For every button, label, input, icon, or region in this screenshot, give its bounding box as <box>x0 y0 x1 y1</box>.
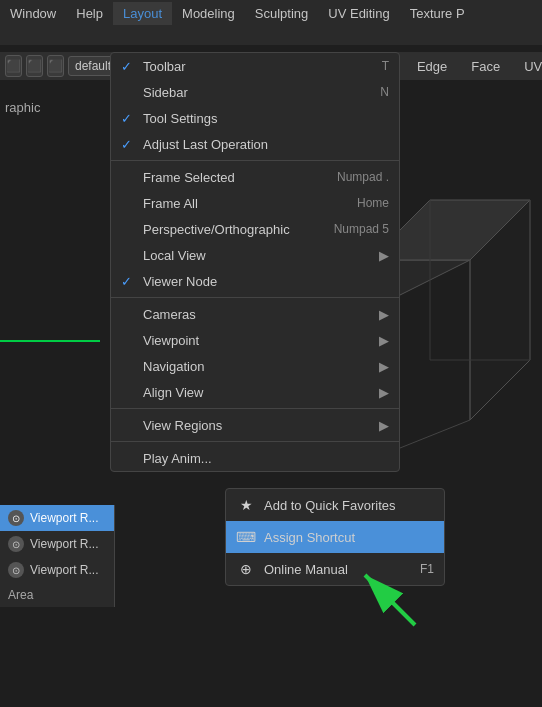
context-add-quick-favorites[interactable]: ★ Add to Quick Favorites <box>226 489 444 521</box>
menu-item-adjust-last[interactable]: ✓ Adjust Last Operation <box>111 131 399 157</box>
separator-4 <box>111 441 399 442</box>
green-arrow-cursor <box>350 560 430 640</box>
vl-label-area: Area <box>8 588 33 602</box>
label-adjust-last: Adjust Last Operation <box>143 137 379 152</box>
menu-item-align-view[interactable]: Align View ▶ <box>111 379 399 405</box>
vl-icon-1: ⊙ <box>8 510 24 526</box>
label-frame-all: Frame All <box>143 196 347 211</box>
star-icon: ★ <box>236 495 256 515</box>
label-sidebar: Sidebar <box>143 85 370 100</box>
context-label-assign-shortcut: Assign Shortcut <box>264 530 434 545</box>
vl-label-1: Viewport R... <box>30 511 98 525</box>
svg-line-12 <box>365 575 415 625</box>
viewport-left-panel: ⊙ Viewport R... ⊙ Viewport R... ⊙ Viewpo… <box>0 505 115 607</box>
vl-item-2[interactable]: ⊙ Viewport R... <box>0 531 114 557</box>
menu-edge[interactable]: Edge <box>407 55 457 78</box>
menu-texture-p[interactable]: Texture P <box>400 2 475 25</box>
context-label-quick-favorites: Add to Quick Favorites <box>264 498 434 513</box>
menu-layout[interactable]: Layout <box>113 2 172 25</box>
menu-item-frame-all[interactable]: Frame All Home <box>111 190 399 216</box>
label-local-view: Local View <box>143 248 371 263</box>
menu-uv-editing[interactable]: UV Editing <box>318 2 399 25</box>
menu-item-view-regions[interactable]: View Regions ▶ <box>111 412 399 438</box>
view-dropdown-menu: ✓ Toolbar T Sidebar N ✓ Tool Settings ✓ … <box>110 52 400 472</box>
menu-sculpting[interactable]: Sculpting <box>245 2 318 25</box>
keyboard-icon: ⌨ <box>236 527 256 547</box>
context-assign-shortcut[interactable]: ⌨ Assign Shortcut <box>226 521 444 553</box>
arrow-align-view: ▶ <box>379 385 389 400</box>
label-viewpoint: Viewpoint <box>143 333 371 348</box>
arrow-cameras: ▶ <box>379 307 389 322</box>
viewport-icon-1[interactable]: ⬛ <box>5 55 22 77</box>
label-tool-settings: Tool Settings <box>143 111 379 126</box>
menu-item-sidebar[interactable]: Sidebar N <box>111 79 399 105</box>
menu-item-frame-selected[interactable]: Frame Selected Numpad . <box>111 164 399 190</box>
shortcut-persp-ortho: Numpad 5 <box>334 222 389 236</box>
check-tool-settings: ✓ <box>121 111 137 126</box>
viewport-icon-3[interactable]: ⬛ <box>47 55 64 77</box>
menu-item-play-anim[interactable]: Play Anim... <box>111 445 399 471</box>
top-menubar: Window Help Layout Modeling Sculpting UV… <box>0 0 542 26</box>
separator-2 <box>111 297 399 298</box>
label-toolbar: Toolbar <box>143 59 372 74</box>
shortcut-frame-all: Home <box>357 196 389 210</box>
green-line <box>0 340 100 342</box>
label-cameras: Cameras <box>143 307 371 322</box>
vl-label-3: Viewport R... <box>30 563 98 577</box>
menu-item-local-view[interactable]: Local View ▶ <box>111 242 399 268</box>
vl-item-area[interactable]: Area <box>0 583 114 607</box>
check-adjust-last: ✓ <box>121 137 137 152</box>
menu-uv[interactable]: UV <box>514 55 542 78</box>
label-viewer-node: Viewer Node <box>143 274 379 289</box>
label-persp-ortho: Perspective/Orthographic <box>143 222 324 237</box>
shortcut-frame-selected: Numpad . <box>337 170 389 184</box>
check-toolbar: ✓ <box>121 59 137 74</box>
menu-window[interactable]: Window <box>0 2 66 25</box>
menu-help[interactable]: Help <box>66 2 113 25</box>
viewport-icon-2[interactable]: ⬛ <box>26 55 43 77</box>
label-frame-selected: Frame Selected <box>143 170 327 185</box>
menu-item-tool-settings[interactable]: ✓ Tool Settings <box>111 105 399 131</box>
menu-item-cameras[interactable]: Cameras ▶ <box>111 301 399 327</box>
vl-item-1[interactable]: ⊙ Viewport R... <box>0 505 114 531</box>
menu-item-navigation[interactable]: Navigation ▶ <box>111 353 399 379</box>
menu-modeling[interactable]: Modeling <box>172 2 245 25</box>
arrow-navigation: ▶ <box>379 359 389 374</box>
menu-item-persp-ortho[interactable]: Perspective/Orthographic Numpad 5 <box>111 216 399 242</box>
label-navigation: Navigation <box>143 359 371 374</box>
label-play-anim: Play Anim... <box>143 451 389 466</box>
menu-face[interactable]: Face <box>461 55 510 78</box>
vl-item-3[interactable]: ⊙ Viewport R... <box>0 557 114 583</box>
menu-item-viewpoint[interactable]: Viewpoint ▶ <box>111 327 399 353</box>
menu-item-viewer-node[interactable]: ✓ Viewer Node <box>111 268 399 294</box>
arrow-local-view: ▶ <box>379 248 389 263</box>
viewport-graphic-label: raphic <box>5 100 40 115</box>
shortcut-sidebar: N <box>380 85 389 99</box>
label-view-regions: View Regions <box>143 418 371 433</box>
separator-3 <box>111 408 399 409</box>
label-align-view: Align View <box>143 385 371 400</box>
separator-1 <box>111 160 399 161</box>
book-icon: ⊕ <box>236 559 256 579</box>
arrow-view-regions: ▶ <box>379 418 389 433</box>
vl-label-2: Viewport R... <box>30 537 98 551</box>
vl-icon-3: ⊙ <box>8 562 24 578</box>
vl-icon-2: ⊙ <box>8 536 24 552</box>
check-viewer-node: ✓ <box>121 274 137 289</box>
shortcut-toolbar: T <box>382 59 389 73</box>
arrow-viewpoint: ▶ <box>379 333 389 348</box>
menu-item-toolbar[interactable]: ✓ Toolbar T <box>111 53 399 79</box>
